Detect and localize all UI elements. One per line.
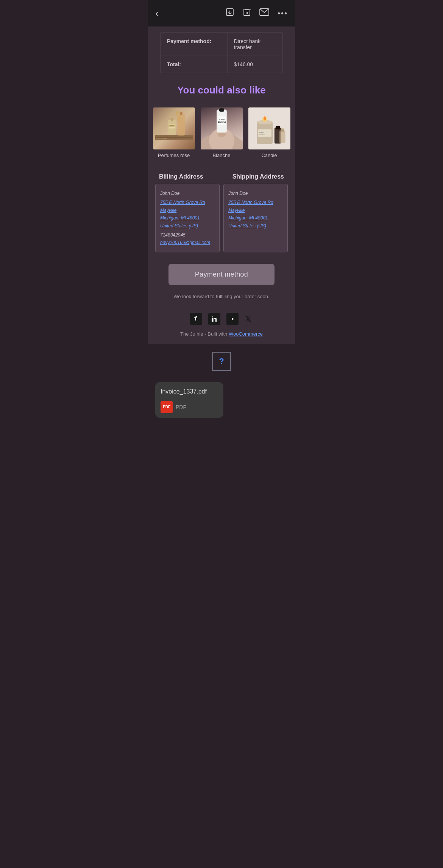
product-item-blanche[interactable]: BYREDO BLANCHE Blanche bbox=[201, 107, 243, 158]
svg-rect-10 bbox=[170, 116, 174, 118]
pdf-card-container: Invoice_1337.pdf PDF PDF bbox=[148, 382, 295, 437]
svg-rect-26 bbox=[217, 116, 226, 125]
payment-method-button[interactable]: Payment method bbox=[168, 264, 275, 285]
svg-rect-39 bbox=[276, 126, 280, 129]
shipping-address-box: John Doe 755 E North Grove Rd Mayville M… bbox=[223, 184, 288, 252]
brand-text: The Ju:nie - Built with bbox=[180, 331, 227, 337]
total-value: $146.00 bbox=[228, 56, 282, 73]
linkedin-icon[interactable] bbox=[208, 313, 220, 325]
billing-name: John Doe bbox=[160, 190, 215, 197]
billing-address-box: John Doe 755 E North Grove Rd Mayville M… bbox=[155, 184, 220, 252]
shipping-address-line1[interactable]: 755 E North Grove Rd Mayville bbox=[228, 200, 273, 213]
pdf-file-card[interactable]: Invoice_1337.pdf PDF PDF bbox=[155, 382, 223, 418]
toolbar-actions: ••• bbox=[225, 8, 288, 19]
billing-email[interactable]: havy200166@gmail.com bbox=[160, 239, 215, 246]
product-name-candle: Candle bbox=[261, 152, 277, 158]
address-section: Billing Address Shipping Address John Do… bbox=[148, 166, 295, 256]
table-row-payment: Payment method: Direct bank transfer bbox=[161, 33, 282, 56]
mail-icon[interactable] bbox=[259, 8, 269, 18]
billing-phone: 7148342945 bbox=[160, 231, 215, 239]
delete-icon[interactable] bbox=[243, 8, 251, 19]
billing-country[interactable]: United States (US) bbox=[160, 223, 198, 229]
more-icon[interactable]: ••• bbox=[278, 9, 288, 18]
billing-address-header: Billing Address bbox=[159, 173, 203, 180]
svg-text:BYREDO: BYREDO bbox=[218, 119, 224, 120]
recommendations-title: You could also like bbox=[148, 73, 295, 104]
shipping-address-line2[interactable]: Michigan, MI 48001 bbox=[228, 215, 268, 221]
address-boxes: John Doe 755 E North Grove Rd Mayville M… bbox=[155, 184, 288, 252]
svg-point-43 bbox=[212, 316, 213, 317]
product-item-perfumes[interactable]: COCO CHANEL Perfumes rose bbox=[153, 107, 195, 158]
svg-rect-17 bbox=[169, 124, 175, 128]
svg-rect-41 bbox=[281, 129, 284, 132]
shipping-name: John Doe bbox=[228, 190, 283, 197]
svg-rect-42 bbox=[212, 318, 213, 322]
svg-rect-40 bbox=[279, 131, 285, 143]
product-image-perfumes: COCO CHANEL bbox=[153, 107, 195, 149]
product-grid: COCO CHANEL Perfumes rose bbox=[148, 104, 295, 166]
svg-text:SUOELATE: SUOELATE bbox=[258, 134, 264, 135]
youtube-icon[interactable] bbox=[226, 313, 239, 325]
order-summary-table: Payment method: Direct bank transfer Tot… bbox=[161, 33, 282, 73]
product-name-perfumes: Perfumes rose bbox=[158, 152, 190, 158]
address-headers: Billing Address Shipping Address bbox=[155, 173, 288, 180]
help-button-area: ? bbox=[148, 344, 295, 378]
product-image-candle: BYREDO SUOELATE bbox=[248, 107, 290, 149]
social-icons-row: 𝕏 bbox=[148, 307, 295, 330]
svg-rect-15 bbox=[177, 114, 185, 136]
footer-brand: The Ju:nie - Built with WooCommerce bbox=[148, 330, 295, 344]
payment-method-section: Payment method bbox=[148, 256, 295, 289]
billing-address-line2[interactable]: Michigan, MI 48001 bbox=[160, 215, 200, 221]
pdf-type-row: PDF PDF bbox=[161, 401, 218, 413]
shipping-address-header: Shipping Address bbox=[232, 173, 284, 180]
product-item-candle[interactable]: BYREDO SUOELATE Candle bbox=[248, 107, 290, 158]
help-button[interactable]: ? bbox=[212, 352, 231, 371]
facebook-icon[interactable] bbox=[190, 313, 202, 325]
product-image-blanche: BYREDO BLANCHE bbox=[201, 107, 243, 149]
product-name-blanche: Blanche bbox=[213, 152, 231, 158]
svg-rect-16 bbox=[180, 112, 183, 115]
total-label: Total: bbox=[161, 56, 228, 73]
email-content: Payment method: Direct bank transfer Tot… bbox=[148, 26, 295, 344]
svg-rect-2 bbox=[244, 10, 250, 16]
fulfillment-message: We look forward to fulfilling your order… bbox=[148, 289, 295, 307]
billing-address-line1[interactable]: 755 E North Grove Rd Mayville bbox=[160, 200, 205, 213]
svg-text:COCO CHANEL: COCO CHANEL bbox=[156, 137, 167, 139]
payment-method-label: Payment method: bbox=[161, 33, 228, 56]
svg-text:BLANCHE: BLANCHE bbox=[218, 121, 226, 123]
x-twitter-icon[interactable]: 𝕏 bbox=[245, 313, 253, 325]
svg-text:BYREDO: BYREDO bbox=[259, 132, 264, 133]
order-table-wrap: Payment method: Direct bank transfer Tot… bbox=[148, 26, 295, 73]
table-row-total: Total: $146.00 bbox=[161, 56, 282, 73]
top-navigation-bar: ‹ ••• bbox=[148, 0, 295, 26]
back-button[interactable]: ‹ bbox=[155, 7, 159, 19]
payment-method-value: Direct bank transfer bbox=[228, 33, 282, 56]
question-mark-icon: ? bbox=[219, 356, 224, 366]
pdf-filename: Invoice_1337.pdf bbox=[161, 388, 218, 395]
download-icon[interactable] bbox=[225, 8, 234, 19]
svg-rect-25 bbox=[219, 108, 224, 112]
woocommerce-link[interactable]: WooCommerce bbox=[229, 331, 263, 337]
svg-rect-34 bbox=[258, 129, 271, 137]
shipping-country[interactable]: United States (US) bbox=[228, 223, 266, 229]
pdf-icon: PDF bbox=[161, 401, 173, 413]
pdf-type-label: PDF bbox=[176, 404, 186, 410]
svg-text:𝕏: 𝕏 bbox=[245, 315, 251, 323]
svg-point-33 bbox=[263, 116, 266, 120]
